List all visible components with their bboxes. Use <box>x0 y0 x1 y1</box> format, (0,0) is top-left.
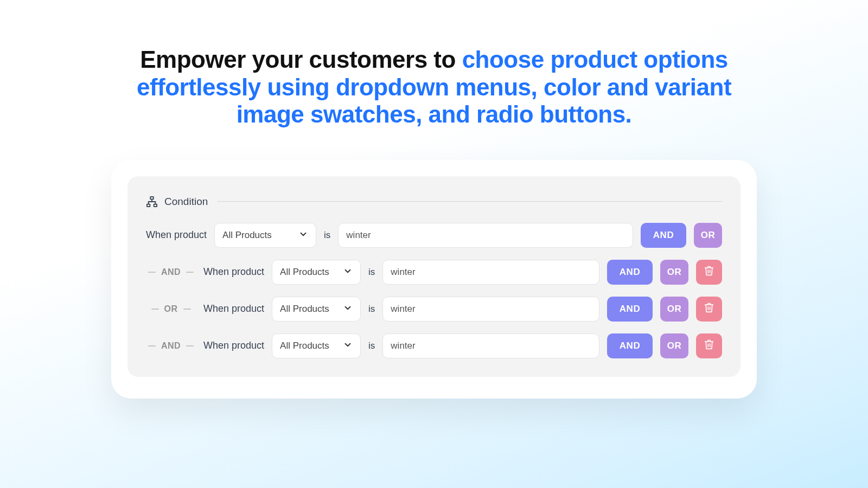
add-or-button[interactable]: OR <box>660 260 688 285</box>
chain-operator: AND <box>146 267 196 277</box>
condition-row: AND When product All Products is AND OR <box>146 260 722 285</box>
chevron-down-icon <box>343 340 353 352</box>
chain-operator: OR <box>146 304 196 314</box>
product-scope-select[interactable]: All Products <box>272 260 361 285</box>
dash-icon <box>151 309 159 310</box>
chain-operator: AND <box>146 341 196 351</box>
condition-value-input[interactable] <box>382 297 599 322</box>
dash-icon <box>186 345 194 346</box>
select-value: All Products <box>280 267 329 278</box>
condition-value-input[interactable] <box>338 223 633 248</box>
headline-plain: Empower your customers to <box>140 46 462 73</box>
chevron-down-icon <box>298 229 308 241</box>
page-headline: Empower your customers to choose product… <box>108 46 760 129</box>
condition-panel: Condition When product All Products is A… <box>127 176 741 377</box>
condition-value-input[interactable] <box>382 260 599 285</box>
product-scope-select[interactable]: All Products <box>214 223 316 248</box>
condition-value-input[interactable] <box>382 333 599 358</box>
condition-title: Condition <box>164 196 208 208</box>
condition-row: When product All Products is AND OR <box>146 223 722 248</box>
dash-icon <box>148 272 156 273</box>
svg-rect-1 <box>147 204 150 207</box>
is-label: is <box>368 304 375 314</box>
svg-rect-2 <box>154 204 157 207</box>
delete-row-button[interactable] <box>696 297 722 322</box>
add-or-button[interactable]: OR <box>694 223 722 248</box>
editor-card: Condition When product All Products is A… <box>111 160 757 399</box>
delete-row-button[interactable] <box>696 333 722 358</box>
is-label: is <box>368 267 375 278</box>
trash-icon <box>704 339 714 352</box>
dash-icon <box>183 309 191 310</box>
add-and-button[interactable]: AND <box>607 260 653 285</box>
condition-header: Condition <box>146 196 722 208</box>
is-label: is <box>368 341 375 351</box>
condition-row: OR When product All Products is AND OR <box>146 297 722 322</box>
when-product-label: When product <box>203 303 264 314</box>
when-product-label: When product <box>203 266 264 278</box>
product-scope-select[interactable]: All Products <box>272 297 361 322</box>
add-or-button[interactable]: OR <box>660 297 688 322</box>
trash-icon <box>704 302 714 316</box>
select-value: All Products <box>280 341 329 351</box>
add-and-button[interactable]: AND <box>641 223 686 248</box>
product-scope-select[interactable]: All Products <box>272 333 361 358</box>
select-value: All Products <box>222 230 272 241</box>
select-value: All Products <box>280 304 329 314</box>
divider <box>218 201 722 202</box>
chevron-down-icon <box>343 266 353 278</box>
svg-rect-0 <box>150 197 154 200</box>
when-product-label: When product <box>203 340 264 351</box>
chevron-down-icon <box>343 303 353 315</box>
is-label: is <box>324 230 330 241</box>
delete-row-button[interactable] <box>696 260 722 285</box>
add-or-button[interactable]: OR <box>660 333 688 358</box>
trash-icon <box>704 265 714 279</box>
dash-icon <box>148 345 156 346</box>
when-product-label: When product <box>146 229 207 241</box>
sitemap-icon <box>146 196 158 208</box>
add-and-button[interactable]: AND <box>607 333 653 358</box>
dash-icon <box>186 272 194 273</box>
add-and-button[interactable]: AND <box>607 297 653 322</box>
condition-row: AND When product All Products is AND OR <box>146 333 722 358</box>
